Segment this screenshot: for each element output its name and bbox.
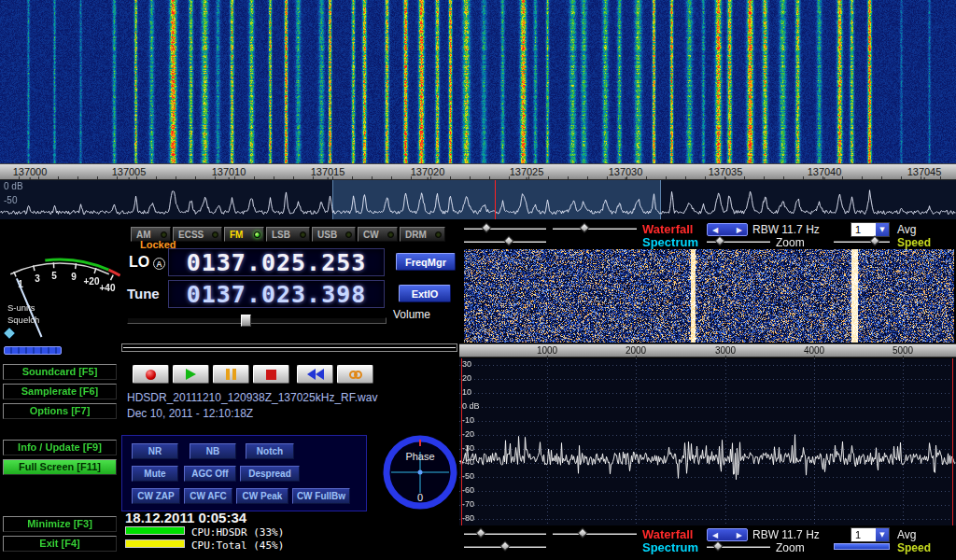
mode-label: CW	[363, 230, 379, 240]
left-arrow-icon[interactable]: ◀	[712, 226, 718, 234]
hdsdr-window: 137000 137005 137010 137015 137020 13702…	[0, 0, 956, 560]
cw-peak-button[interactable]: CW Peak	[236, 488, 288, 504]
play-button[interactable]	[173, 365, 209, 384]
slider-handle[interactable]	[714, 235, 724, 245]
freqmgr-button[interactable]: FreqMgr	[396, 253, 456, 271]
waterfall-tab-top[interactable]: Waterfall	[642, 222, 693, 236]
slider-track	[834, 241, 890, 243]
slider-handle[interactable]	[577, 527, 587, 538]
waterfall-brightness-slider-top[interactable]	[464, 224, 546, 233]
options-button[interactable]: Options[F7]	[3, 403, 117, 419]
slider-handle[interactable]	[869, 235, 879, 245]
zoom-slider-bottom[interactable]	[707, 542, 770, 552]
volume-slider-handle[interactable]	[241, 315, 251, 327]
loop-button[interactable]	[337, 365, 373, 384]
cw-afc-button[interactable]: CW AFC	[184, 488, 232, 504]
dropdown-arrow-icon[interactable]: ▼	[876, 223, 889, 236]
slider-handle[interactable]	[712, 540, 723, 551]
extio-button[interactable]: ExtIO	[399, 285, 451, 302]
nr-button[interactable]: NR	[132, 443, 178, 459]
ruler-ticks	[0, 176, 956, 179]
squelch-marker[interactable]	[4, 328, 15, 339]
info-update-button[interactable]: Info / Update[F9]	[3, 440, 117, 455]
db-scale-label: -20	[462, 430, 474, 439]
spectrum-scale-slider-top[interactable]	[464, 237, 546, 246]
slider-track	[464, 228, 546, 230]
despread-button[interactable]: Despread	[240, 466, 300, 482]
zoom-frequency-scale[interactable]: 1000 2000 3000 4000 5000	[459, 343, 956, 357]
squelch-label: Squelch	[7, 315, 39, 325]
band-edge-marker	[952, 358, 953, 525]
s-meter-tick-label: 9	[71, 272, 77, 282]
mode-button-lsb[interactable]: LSB	[266, 227, 310, 242]
slider-handle[interactable]	[579, 222, 589, 232]
mode-led-icon	[254, 231, 260, 238]
button-key: [F5]	[78, 366, 97, 377]
spectrum-tab-bottom[interactable]: Spectrum	[642, 540, 698, 554]
avg-dropdown-top[interactable]: 1▼	[851, 222, 890, 237]
lo-frequency-display[interactable]: 0137.025.253	[168, 248, 385, 276]
scroll-spinner-bottom[interactable]: ◀▶	[707, 528, 748, 541]
right-arrow-icon[interactable]: ▶	[737, 531, 742, 539]
s-meter-tick-label: +20	[84, 276, 100, 287]
pause-button[interactable]	[213, 365, 249, 384]
dropdown-arrow-icon[interactable]: ▼	[876, 528, 889, 541]
waterfall-tab-bottom[interactable]: Waterfall	[642, 527, 693, 541]
mode-label: FM	[230, 230, 243, 240]
avg-dropdown-bottom[interactable]: 1▼	[851, 527, 890, 542]
mode-button-fm[interactable]: FM	[224, 227, 264, 242]
fullscreen-button[interactable]: Full Screen[F11]	[3, 459, 117, 475]
spectrum-tab-top[interactable]: Spectrum	[642, 235, 698, 249]
rbw-readout-top: RBW 11.7 Hz	[752, 223, 820, 236]
slider-handle[interactable]	[481, 222, 491, 232]
waterfall-brightness-slider-bottom[interactable]	[464, 529, 546, 539]
exit-button[interactable]: Exit[F4]	[3, 536, 117, 552]
left-arrow-icon[interactable]: ◀	[712, 531, 718, 539]
db-scale-label: -60	[462, 486, 474, 495]
waterfall-contrast-slider-top[interactable]	[553, 224, 637, 233]
slider-handle[interactable]	[499, 540, 510, 551]
speed-slider-bottom[interactable]	[834, 542, 890, 552]
button-label: Exit	[39, 538, 58, 549]
recording-timestamp: Dec 10, 2011 - 12:10:18Z	[127, 407, 253, 420]
agc-off-button[interactable]: AGC Off	[184, 466, 236, 482]
rewind-button[interactable]	[297, 365, 333, 384]
lo-frequency-digits[interactable]: 0137.025.253	[187, 249, 367, 276]
main-waterfall-display[interactable]	[0, 0, 956, 163]
slider-handle[interactable]	[503, 235, 513, 245]
mute-button[interactable]: Mute	[132, 466, 178, 482]
record-icon	[146, 370, 156, 380]
zoom-slider-top[interactable]	[707, 237, 770, 246]
stop-button[interactable]	[253, 365, 289, 384]
mode-button-cw[interactable]: CW	[358, 227, 398, 242]
notch-button[interactable]: Notch	[246, 443, 294, 459]
zoom-spectrum-trace	[459, 358, 956, 525]
minimize-button[interactable]: Minimize[F3]	[3, 516, 117, 532]
mode-button-drm[interactable]: DRM	[400, 227, 445, 242]
scroll-spinner-top[interactable]: ◀▶	[707, 223, 748, 236]
squelch-slider[interactable]	[4, 346, 62, 355]
spectrum-scale-slider-bottom[interactable]	[464, 542, 546, 552]
lo-auto-badge[interactable]: A	[153, 258, 165, 270]
slider-handle[interactable]	[475, 527, 485, 538]
db-scale-label: 0 dB	[4, 181, 23, 191]
record-button[interactable]	[133, 365, 169, 384]
volume-slider-track[interactable]	[127, 317, 387, 324]
speed-slider-top[interactable]	[834, 237, 890, 246]
samplerate-button[interactable]: Samplerate[F6]	[3, 384, 117, 399]
waterfall-contrast-slider-bottom[interactable]	[553, 529, 637, 539]
tuning-slider[interactable]	[121, 343, 457, 352]
soundcard-button[interactable]: Soundcard[F5]	[3, 364, 117, 380]
main-spectrum-display[interactable]: 0 dB -50	[0, 180, 956, 219]
right-arrow-icon[interactable]: ▶	[737, 226, 742, 234]
zoom-waterfall-display[interactable]	[464, 249, 954, 343]
tune-frequency-digits[interactable]: 0137.023.398	[187, 281, 367, 308]
tune-frequency-display[interactable]: 0137.023.398	[168, 280, 385, 308]
mode-button-usb[interactable]: USB	[312, 227, 356, 242]
cw-zap-button[interactable]: CW ZAP	[132, 488, 180, 504]
zoom-spectrum-display[interactable]: 30 20 10 0 dB -10 -20 -30 -40 -50 -60 -7…	[459, 358, 956, 525]
mode-button-ecss[interactable]: ECSS	[173, 227, 222, 242]
cw-fullbw-button[interactable]: CW FullBw	[292, 488, 350, 504]
nb-button[interactable]: NB	[190, 443, 236, 459]
frequency-ruler[interactable]: 137000 137005 137010 137015 137020 13702…	[0, 163, 956, 180]
